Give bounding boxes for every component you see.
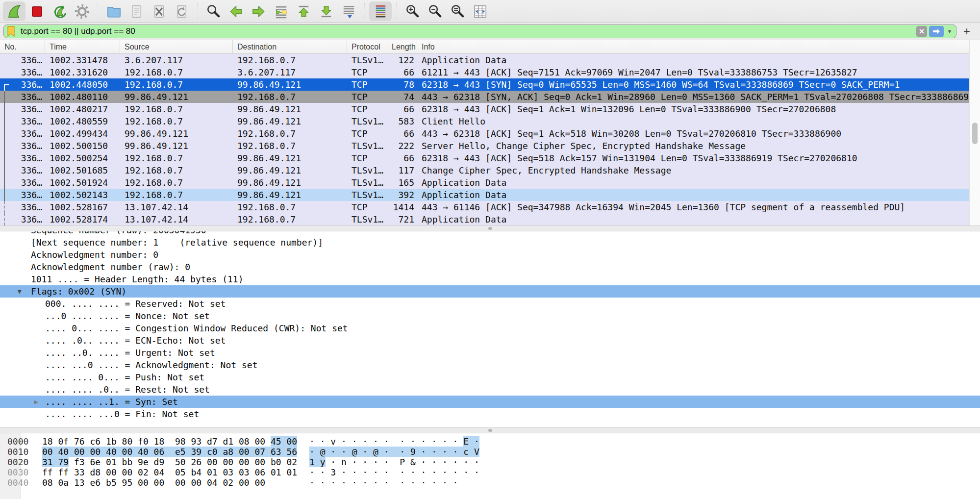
display-filter-input[interactable]: tcp.port == 80 || udp.port == 80 ✕ ▾ <box>3 25 956 38</box>
packet-destination: 192.168.0.7 <box>233 127 347 140</box>
hex-bytes[interactable]: 08 0a 13 e6 b5 95 00 00 00 00 04 02 00 0… <box>42 477 265 488</box>
packet-row[interactable]: 336…1002.480217192.168.0.799.86.49.121TC… <box>0 103 969 115</box>
hex-bytes[interactable]: 18 0f 76 c6 1b 80 f0 18 98 93 d7 d1 08 0… <box>42 436 297 447</box>
detail-line[interactable]: 000. .... .... = Reserved: Not set <box>0 298 980 310</box>
hex-line[interactable]: 000018 0f 76 c6 1b 80 f0 18 98 93 d7 d1 … <box>0 436 980 447</box>
zoom-reset-button[interactable] <box>446 1 469 21</box>
ascii-bytes[interactable]: 1 y · n · · · · P & · · · · · · <box>309 457 479 467</box>
display-filter-text[interactable]: tcp.port == 80 || udp.port == 80 <box>16 26 914 36</box>
find-packet-button[interactable] <box>202 1 225 21</box>
ascii-bytes[interactable]: · · 3 · · · · · · · · · · · · · <box>309 467 479 477</box>
packet-row[interactable]: 336…1002.331620192.168.0.73.6.207.117TCP… <box>0 66 969 78</box>
go-back-button[interactable] <box>225 1 247 21</box>
column-header-info[interactable]: Info <box>417 40 969 53</box>
zoom-out-button[interactable] <box>424 1 446 21</box>
column-header-source[interactable]: Source <box>120 40 233 53</box>
hex-line[interactable]: 001000 40 00 00 40 00 40 06 e5 39 c0 a8 … <box>0 447 980 457</box>
close-file-icon <box>151 3 167 20</box>
details-bytes-splitter[interactable] <box>0 427 980 433</box>
packet-source: 13.107.42.14 <box>120 213 233 225</box>
packet-row[interactable]: 336…1002.480559192.168.0.799.86.49.121TL… <box>0 115 969 127</box>
detail-line[interactable]: .... .... 0... = Push: Not set <box>0 371 980 383</box>
hex-line[interactable]: 002031 79 f3 6e 01 bb 9e d9 50 26 00 00 … <box>0 457 980 467</box>
detail-line[interactable]: .... .... .0.. = Reset: Not set <box>0 383 980 396</box>
packet-row[interactable]: 336…1002.52816713.107.42.14192.168.0.7TC… <box>0 201 969 213</box>
hex-bytes[interactable]: ff ff 33 d8 00 00 02 04 05 b4 01 03 03 0… <box>42 467 297 477</box>
expand-arrow-icon[interactable]: ▶ <box>34 396 38 408</box>
add-filter-button[interactable]: + <box>963 26 970 36</box>
packet-row[interactable]: 336…1002.52817413.107.42.14192.168.0.7TL… <box>0 213 969 225</box>
ascii-bytes[interactable]: · · · · · · · · · · · · · · <box>309 477 458 488</box>
collapse-arrow-icon[interactable]: ▼ <box>18 285 22 298</box>
go-to-packet-button[interactable] <box>270 1 292 21</box>
capture-options-button[interactable] <box>71 1 93 21</box>
detail-line[interactable]: [Next sequence number: 1 (relative seque… <box>0 236 980 249</box>
packet-time: 1002.501685 <box>45 164 120 176</box>
start-capture-button[interactable] <box>3 1 25 21</box>
detail-text: 000. .... .... = Reserved: Not set <box>0 298 226 310</box>
column-header-time[interactable]: Time <box>45 40 120 53</box>
auto-scroll-button[interactable] <box>337 1 360 21</box>
go-last-button[interactable] <box>315 1 337 21</box>
reload-file-button[interactable] <box>170 1 193 21</box>
detail-line[interactable]: ...0 .... .... = Nonce: Not set <box>0 310 980 322</box>
hex-line[interactable]: 004008 0a 13 e6 b5 95 00 00 00 00 04 02 … <box>0 477 980 488</box>
open-file-icon <box>106 3 122 20</box>
detail-line[interactable]: .... 0... .... = Congestion Window Reduc… <box>0 322 980 334</box>
column-header-no[interactable]: No. <box>0 40 45 53</box>
go-forward-button[interactable] <box>247 1 270 21</box>
detail-line[interactable]: ▼Flags: 0x002 (SYN) <box>0 285 980 298</box>
list-details-splitter[interactable] <box>0 225 980 231</box>
detail-line[interactable]: ▶.... .... ..1. = Syn: Set <box>0 396 980 408</box>
hex-line[interactable]: 0030ff ff 33 d8 00 00 02 04 05 b4 01 03 … <box>0 467 980 477</box>
packet-time: 1002.502143 <box>45 189 120 201</box>
hex-bytes-segment: 31 79 <box>42 457 69 467</box>
packet-no: 336… <box>0 127 45 140</box>
packet-row[interactable]: 336…1002.3314783.6.207.117192.168.0.7TLS… <box>0 54 969 66</box>
apply-filter-button[interactable] <box>929 26 944 37</box>
clear-filter-button[interactable]: ✕ <box>916 26 927 37</box>
packet-time: 1002.528174 <box>45 213 120 225</box>
stop-capture-button[interactable] <box>25 1 48 21</box>
column-header-length[interactable]: Length <box>387 40 417 53</box>
go-first-button[interactable] <box>292 1 315 21</box>
resize-columns-button[interactable] <box>469 1 491 21</box>
packet-row[interactable]: 336…1002.500254192.168.0.799.86.49.121TC… <box>0 152 969 164</box>
packet-row[interactable]: 336…1002.502143192.168.0.799.86.49.121TL… <box>0 189 969 201</box>
detail-line[interactable]: .... .... ...0 = Fin: Not set <box>0 408 980 420</box>
ascii-bytes[interactable]: · · v · · · · · · · · · · · E · <box>309 436 479 447</box>
hex-bytes-segment: 45 00 <box>271 436 297 447</box>
packet-details-pane: Sequence number (raw): 2005041950[Next s… <box>0 231 980 427</box>
open-file-button[interactable] <box>102 1 125 21</box>
column-header-protocol[interactable]: Protocol <box>347 40 387 53</box>
packet-list-scrollbar[interactable] <box>969 40 980 225</box>
colorize-button[interactable] <box>369 1 392 21</box>
packet-row[interactable]: 336…1002.49943499.86.49.121192.168.0.7TC… <box>0 127 969 140</box>
hex-bytes[interactable]: 00 40 00 00 40 00 40 06 e5 39 c0 a8 00 0… <box>42 447 297 457</box>
save-file-button[interactable] <box>125 1 148 21</box>
detail-line[interactable]: Sequence number (raw): 2005041950 <box>0 231 980 236</box>
column-header-destination[interactable]: Destination <box>233 40 347 53</box>
detail-line[interactable]: Acknowledgment number: 0 <box>0 249 980 261</box>
close-file-button[interactable] <box>148 1 170 21</box>
bookmark-icon[interactable] <box>6 25 16 37</box>
packet-row[interactable]: 336…1002.448050192.168.0.799.86.49.121TC… <box>0 78 969 91</box>
detail-line[interactable]: .... .0.. .... = ECN-Echo: Not set <box>0 334 980 347</box>
scrollbar-thumb[interactable] <box>972 123 978 144</box>
packet-row[interactable]: 336…1002.501924192.168.0.799.86.49.121TL… <box>0 176 969 189</box>
ascii-bytes[interactable]: · @ · · @ · @ · · 9 · · · · c V <box>309 447 479 457</box>
zoom-in-button[interactable] <box>401 1 424 21</box>
packet-row[interactable]: 336…1002.48011099.86.49.121192.168.0.7TC… <box>0 91 969 103</box>
filter-dropdown-caret[interactable]: ▾ <box>946 26 954 37</box>
packet-row[interactable]: 336…1002.50015099.86.49.121192.168.0.7TL… <box>0 140 969 152</box>
hex-bytes-segment: ff ff 33 d8 00 00 02 04 05 b4 01 03 03 0… <box>42 467 297 477</box>
hex-bytes[interactable]: 31 79 f3 6e 01 bb 9e d9 50 26 00 00 00 0… <box>42 457 297 467</box>
detail-line[interactable]: .... ...0 .... = Acknowledgment: Not set <box>0 359 980 371</box>
detail-line[interactable]: 1011 .... = Header Length: 44 bytes (11) <box>0 273 980 285</box>
packet-row[interactable]: 336…1002.501685192.168.0.799.86.49.121TL… <box>0 164 969 176</box>
packet-no: 336… <box>0 54 45 66</box>
packet-time: 1002.480217 <box>45 103 120 115</box>
detail-line[interactable]: Acknowledgment number (raw): 0 <box>0 261 980 273</box>
detail-line[interactable]: .... ..0. .... = Urgent: Not set <box>0 347 980 359</box>
restart-capture-button[interactable] <box>48 1 71 21</box>
